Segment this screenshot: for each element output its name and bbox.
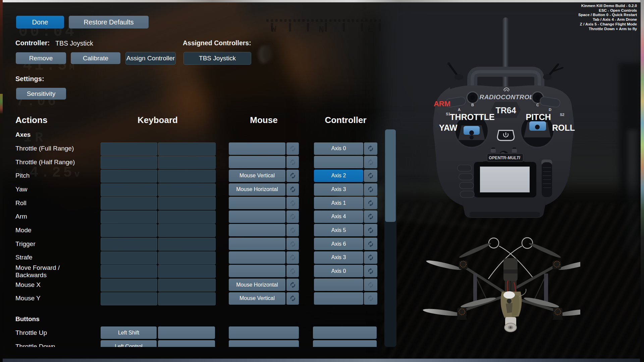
svg-text:OPENTR-MULTI: OPENTR-MULTI xyxy=(489,156,520,160)
svg-text:C: C xyxy=(536,103,539,107)
svg-text:ROLL: ROLL xyxy=(552,123,575,132)
svg-text:B: B xyxy=(471,103,474,107)
svg-text:ARM: ARM xyxy=(434,100,450,108)
svg-text:RADIOCONTROL: RADIOCONTROL xyxy=(479,94,533,101)
svg-text:PITCH: PITCH xyxy=(526,112,551,122)
svg-text:D: D xyxy=(549,108,551,112)
svg-text:YAW: YAW xyxy=(439,123,458,132)
svg-text:A: A xyxy=(458,108,461,112)
svg-text:S2: S2 xyxy=(560,113,564,117)
svg-text:THROTTLE: THROTTLE xyxy=(450,112,494,122)
svg-text:TR64: TR64 xyxy=(495,106,516,115)
